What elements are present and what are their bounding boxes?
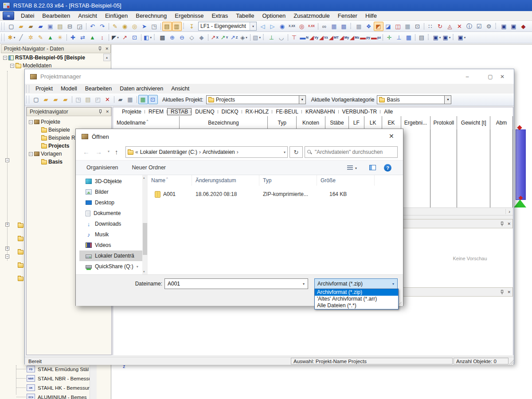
navigator-item-stahl-ermuedung[interactable]: FD STAHL Ermüdung Stäl xyxy=(0,364,90,374)
toolbar-grip[interactable] xyxy=(26,96,29,103)
dropdown-option[interactable]: Alle Dateien (*.*) xyxy=(315,302,398,309)
workplane-xz-icon[interactable]: ◫ ▾ xyxy=(393,22,403,31)
result-values-icon[interactable]: X.XX ▾ xyxy=(287,22,297,31)
toolbar-grip[interactable] xyxy=(1,23,4,30)
filetype-combo[interactable]: Archivformat (*.zip) ▾ xyxy=(314,278,398,289)
pm-thumbnails-icon[interactable]: ▦ ▾ xyxy=(138,95,148,104)
result-beam-icon[interactable]: ⊥ ▾ xyxy=(394,33,404,42)
result-py-icon[interactable]: ▬ py ▾ xyxy=(360,33,371,42)
pm-close-button[interactable]: ✕ xyxy=(492,70,512,84)
settings-gear-icon[interactable]: ⚙ ▾ xyxy=(484,22,494,31)
column-header[interactable]: Gewicht [t] ^ xyxy=(457,116,490,129)
search-input[interactable] xyxy=(314,149,395,156)
menu-item[interactable]: Extras xyxy=(207,11,232,20)
clip-cube-icon[interactable]: ▧ ▾ xyxy=(252,33,262,42)
menu-item[interactable]: Datei xyxy=(17,11,38,20)
pm-details-icon[interactable]: ⊡ ▾ xyxy=(148,95,158,104)
current-project-combo[interactable]: Projects ▾ xyxy=(206,95,306,104)
view-iso-icon[interactable]: ◈ ▾ xyxy=(239,33,249,42)
mirror-icon[interactable]: ◬ ▾ xyxy=(445,22,455,31)
new-load-icon[interactable]: ✳ ▾ xyxy=(55,33,65,42)
tree-expand-icon[interactable]: − xyxy=(5,158,9,162)
history-chevron-icon[interactable]: ▾ xyxy=(108,149,110,153)
result-mz-icon[interactable]: ◢ Mz ▾ xyxy=(349,33,360,42)
file-row-a001[interactable]: A001 18.06.2020 08:18 ZIP-komprimierte..… xyxy=(148,189,403,199)
sidebar-item-videos[interactable]: Videos xyxy=(79,240,142,250)
sidebar-item-documents[interactable]: Dokumente xyxy=(79,208,142,219)
forward-icon[interactable]: → xyxy=(95,148,102,156)
dropdown-option[interactable]: 'Altes' Archivformat (*.arr) xyxy=(315,296,398,302)
new-member-icon[interactable]: ╱ ▾ xyxy=(16,33,26,42)
edit-loads-icon[interactable]: ✎ ▾ xyxy=(110,22,120,31)
menu-item[interactable]: Ansicht xyxy=(167,84,193,94)
max-values-icon[interactable]: X.XX ▾ xyxy=(307,22,317,31)
navigator-item-stahl-nbr[interactable]: NBR STAHL NBR - Bemessu xyxy=(0,374,90,383)
refresh-button[interactable]: ↻ xyxy=(289,146,303,158)
plane-select-icon[interactable]: ⊡ ▾ xyxy=(413,22,422,31)
menu-item[interactable]: Fenster xyxy=(334,11,361,20)
tree-item-model[interactable]: − RSTAB-Beispiel-05 [Beispie xyxy=(1,54,103,62)
navigator-scrollbar[interactable] xyxy=(90,364,97,399)
menu-item[interactable]: Zusatzmodule xyxy=(289,11,334,20)
pm-paste-icon[interactable]: ▤ ▾ xyxy=(83,95,93,104)
open-model-icon[interactable]: ▰ ▾ xyxy=(36,22,46,31)
resize-grip[interactable] xyxy=(509,360,514,364)
navigator-item-aluminium[interactable]: EC9 ALUMINIUM - Bemes xyxy=(0,392,90,399)
combo-arrow-icon[interactable]: ▾ xyxy=(299,96,305,104)
menu-item[interactable]: Ansicht xyxy=(74,11,101,20)
result-pz-icon[interactable]: ▬ pz ▾ xyxy=(371,33,381,42)
rotate-icon[interactable]: ↻ ▾ xyxy=(435,22,445,31)
menu-item[interactable]: Optionen xyxy=(258,11,289,20)
pin-icon[interactable] xyxy=(500,222,504,226)
menu-item[interactable]: Bearbeiten xyxy=(38,11,74,20)
view-angle-icon[interactable]: ∞ ▾ xyxy=(320,22,329,31)
back-icon[interactable]: ← xyxy=(83,148,90,156)
sidebar-item-pictures[interactable]: Bilder xyxy=(79,187,142,197)
menu-item[interactable]: Projekt xyxy=(31,84,57,94)
sidebar-item-quickshare[interactable]: QuickShare (Q:) ▾ xyxy=(79,261,142,272)
tree-expand-icon[interactable]: + xyxy=(5,223,9,227)
tree-expand-icon[interactable]: + xyxy=(5,246,9,250)
scroll-right-icon[interactable]: › xyxy=(505,209,513,214)
tab[interactable]: DUENQ xyxy=(192,108,218,115)
view-list-icon[interactable] xyxy=(347,165,353,170)
column-header[interactable]: Typ ^ xyxy=(268,116,297,129)
grid-settings-icon[interactable]: ▦ ▾ xyxy=(403,22,413,31)
tab[interactable]: RX-HOLZ xyxy=(242,108,273,115)
help-icon[interactable]: ? xyxy=(384,164,391,172)
navigator-item-stahl-hk[interactable]: HK STAHL HK - Bemessur xyxy=(0,383,90,392)
combo-arrow-icon[interactable]: ▾ xyxy=(444,96,451,104)
close-icon[interactable]: ✕ xyxy=(106,110,109,114)
menu-item[interactable]: Hilfe xyxy=(361,11,381,20)
breadcrumb-bar[interactable]: « Lokaler Datenträger (C:) › Archivdatei… xyxy=(125,146,288,158)
tab[interactable]: RSTAB xyxy=(167,108,192,115)
support-edit-icon[interactable]: ▲ ▾ xyxy=(88,33,98,42)
pm-remove-project-icon[interactable]: ▰ ▾ xyxy=(61,95,70,104)
preview-pane-icon[interactable] xyxy=(369,165,376,170)
wireframe-icon[interactable]: ◇ ▾ xyxy=(187,33,197,42)
view-monitor2-icon[interactable]: ▣ ▾ xyxy=(509,22,519,31)
clipboard-icon[interactable]: ▤ ▾ xyxy=(55,22,65,31)
tab[interactable]: KRANBAHN xyxy=(302,108,339,115)
sidebar-item-desktop[interactable]: Desktop xyxy=(79,197,142,208)
move-icon[interactable]: ✚ ▾ xyxy=(68,33,78,42)
open-project-icon[interactable]: ▰ ▾ xyxy=(26,22,36,31)
tab[interactable]: Alle xyxy=(380,108,396,115)
close-icon[interactable]: ✕ xyxy=(105,47,109,51)
workplane-xy-icon[interactable]: ◩ ▾ xyxy=(374,22,383,31)
camera-icon[interactable]: ▦ ▾ xyxy=(329,22,339,31)
scrollbar-up-icon[interactable]: ▴ xyxy=(143,176,145,180)
print-preview-icon[interactable]: ◲ ▾ xyxy=(75,22,85,31)
show-supports-icon[interactable]: ⊥ ▾ xyxy=(267,33,277,42)
pin-icon[interactable] xyxy=(500,290,504,294)
load-case-down-icon[interactable]: ↧ ▾ xyxy=(187,22,197,31)
visibility-icon[interactable]: ◧ ▾ xyxy=(143,33,153,42)
new-window-icon[interactable]: ◳ ▾ xyxy=(149,22,159,31)
column-header[interactable]: LK ^ xyxy=(364,116,382,129)
pm-sync-icon[interactable]: ▰ ▾ xyxy=(116,95,125,104)
redo-icon[interactable]: ↷ ▾ xyxy=(98,22,107,31)
pm-new-project-icon[interactable]: ▰ ▾ xyxy=(41,95,51,104)
select-window-icon[interactable]: ⊡ ▾ xyxy=(130,33,140,42)
view-y-icon[interactable]: ↗ Y ▾ xyxy=(219,33,229,42)
pm-copy-model-icon[interactable]: ◰ ▾ xyxy=(93,95,103,104)
